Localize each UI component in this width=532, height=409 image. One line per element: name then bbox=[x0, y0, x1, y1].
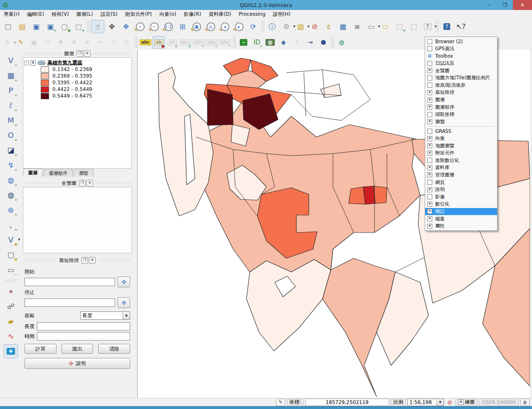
menu-向量[interactable]: 向量(o) bbox=[155, 10, 180, 19]
clear-button[interactable]: 清除 bbox=[98, 344, 130, 354]
select-by-expression-icon[interactable]: ε bbox=[322, 20, 335, 33]
menu-影像[interactable]: 影像(R) bbox=[180, 10, 205, 19]
zoom-to-layer-icon[interactable]: ◎ bbox=[204, 20, 217, 33]
layers-float-button[interactable]: ❐ bbox=[76, 50, 83, 57]
context-menu-item-最短路徑[interactable]: ✕最短路徑 bbox=[425, 89, 497, 96]
context-menu-item-圖層[interactable]: ✕圖層 bbox=[425, 96, 497, 104]
shortest-path-float-button[interactable]: ❐ bbox=[81, 257, 88, 264]
identify-features-icon[interactable]: ⓘ bbox=[266, 20, 279, 33]
context-menu-item-網頁[interactable]: 網頁 bbox=[425, 179, 497, 186]
context-menu-item-Toolbox[interactable]: ⚙Toolbox bbox=[425, 52, 497, 60]
coordinate-capture-icon[interactable]: ⌖ bbox=[4, 284, 18, 299]
context-menu-item-資料庫[interactable]: ✕資料庫 bbox=[425, 164, 497, 171]
add-mssql-layer-icon[interactable]: M+ bbox=[4, 113, 18, 127]
new-project-icon[interactable]: ▢ bbox=[1, 20, 15, 33]
open-project-icon[interactable]: ▤ bbox=[15, 20, 29, 33]
zoom-in-icon[interactable]: ＋ bbox=[133, 20, 147, 33]
criterion-select[interactable]: 長度 ▼ bbox=[80, 311, 130, 320]
dock-splitter[interactable] bbox=[133, 50, 137, 398]
open-attribute-table-icon[interactable]: ▦ bbox=[336, 20, 350, 33]
length-output[interactable] bbox=[37, 322, 130, 331]
menu-編輯[interactable]: 編輯(E) bbox=[23, 10, 48, 19]
tab-圖層[interactable]: 圖層 bbox=[23, 169, 43, 176]
menu-資料庫[interactable]: 資料庫(D) bbox=[205, 10, 235, 19]
zoom-native-icon[interactable]: 1:1 bbox=[162, 20, 175, 33]
toggle-editing-icon[interactable]: ✎ bbox=[15, 36, 27, 49]
shortest-path-close-button[interactable]: ✕ bbox=[89, 257, 96, 264]
scale-select[interactable]: 1:56,198 ▼ bbox=[407, 399, 444, 406]
crs-globe-icon[interactable]: ◍ bbox=[520, 399, 530, 406]
mouse-position-icon[interactable]: ✎ bbox=[276, 399, 285, 406]
add-sqlanywhere-layer-icon[interactable]: ↯+ bbox=[4, 158, 18, 172]
new-print-composer-icon[interactable]: ▢✱ bbox=[58, 20, 71, 33]
postgis-import-icon[interactable]: ⇥ bbox=[304, 36, 316, 49]
context-menu-item-附加元件[interactable]: ✕附加元件 bbox=[425, 149, 497, 157]
context-menu-item-管理圖層[interactable]: ✕管理圖層 bbox=[425, 171, 497, 179]
web-plugin-icon[interactable]: ◍ bbox=[335, 36, 348, 49]
layers-close-button[interactable]: ✕ bbox=[84, 50, 91, 57]
dropdown-arrow-icon[interactable]: ▼ bbox=[435, 25, 437, 28]
text-annotation-icon[interactable]: T▼ bbox=[421, 20, 434, 33]
road-graph-plugin-icon[interactable]: ∿ bbox=[4, 329, 18, 343]
export-button[interactable]: 匯出 bbox=[62, 344, 94, 354]
pan-to-selection-icon[interactable]: ✥ bbox=[119, 20, 133, 33]
offline-editing-icon[interactable]: ◆ bbox=[277, 36, 290, 49]
context-menu-item-圖層順序[interactable]: ✕圖層順序 bbox=[425, 103, 497, 111]
menu-設定[interactable]: 設定(S) bbox=[97, 10, 121, 19]
pin-labels-icon[interactable]: ab● bbox=[153, 36, 165, 49]
overview-map-area[interactable] bbox=[23, 187, 132, 253]
overview-float-button[interactable]: ❐ bbox=[79, 180, 86, 186]
menu-圖層[interactable]: 圖層(L) bbox=[73, 10, 97, 19]
render-checkbox[interactable]: ✕ bbox=[458, 399, 463, 405]
save-project-as-icon[interactable]: ▣✎ bbox=[44, 20, 57, 33]
new-shapefile-layer-icon[interactable]: V✱▼ bbox=[4, 233, 18, 247]
add-wms-layer-icon[interactable]: ◍+ bbox=[4, 173, 18, 187]
tree-collapse-toggle[interactable]: − bbox=[24, 61, 29, 65]
menu-檢視[interactable]: 檢視(V) bbox=[48, 10, 73, 19]
menu-Processing[interactable]: Processing bbox=[235, 10, 269, 18]
deselect-features-icon[interactable]: ⊘ bbox=[308, 20, 321, 33]
context-menu-item-Browser (2)[interactable]: Browser (2) bbox=[425, 38, 497, 45]
capture-start-point-button[interactable]: ✜ bbox=[118, 277, 130, 287]
capture-stop-point-button[interactable]: ✜ bbox=[118, 297, 130, 308]
context-menu-item-全覽圖[interactable]: ✕全覽圖 bbox=[425, 67, 497, 74]
stop-input[interactable] bbox=[25, 299, 115, 307]
context-menu-item-進階數位化[interactable]: 進階數位化 bbox=[425, 157, 497, 164]
dropdown-arrow-icon[interactable]: ▼ bbox=[18, 238, 20, 241]
start-input[interactable] bbox=[25, 278, 115, 286]
context-menu-item-地圖方塊(Tile)圖層比例尺[interactable]: 地圖方塊(Tile)圖層比例尺 bbox=[425, 74, 497, 82]
context-menu-item-屬性[interactable]: ✕屬性 bbox=[425, 223, 497, 230]
add-wfs-layer-icon[interactable]: ⊛+ bbox=[4, 203, 18, 217]
help-button[interactable]: ✣ 說明 bbox=[25, 358, 130, 369]
time-output[interactable] bbox=[37, 332, 130, 340]
render-toggle[interactable]: ✕ 繪圖 bbox=[456, 399, 477, 406]
restore-button[interactable]: ❐ bbox=[497, 0, 513, 10]
zoom-out-icon[interactable]: − bbox=[148, 20, 161, 33]
show-bookmarks-icon[interactable]: ⬚ bbox=[407, 20, 420, 33]
add-oracle-layer-icon[interactable]: O+ bbox=[4, 128, 18, 142]
zoom-next-icon[interactable]: ▸ bbox=[232, 20, 246, 33]
remove-layer-icon[interactable]: ▭− bbox=[4, 263, 18, 277]
minimize-button[interactable]: – bbox=[481, 0, 497, 10]
context-menu-item-數位化[interactable]: ✕數位化 bbox=[425, 201, 497, 208]
new-spatialite-layer-icon[interactable]: ▢✱ bbox=[4, 248, 18, 262]
tab-圖層順序[interactable]: 圖層順序 bbox=[44, 169, 73, 177]
tab-瀏覽[interactable]: 瀏覽 bbox=[74, 169, 94, 177]
pan-map-icon[interactable]: ✥ bbox=[105, 20, 118, 33]
context-menu-item-擷取坐標[interactable]: 擷取坐標 bbox=[425, 111, 497, 118]
evis-id-tool-icon[interactable]: ID➚ bbox=[251, 36, 263, 49]
context-menu-item-地圖瀏覽[interactable]: ✕地圖瀏覽 bbox=[425, 142, 497, 149]
add-db2-layer-icon[interactable]: ◪+ bbox=[4, 143, 18, 157]
db-manager-icon[interactable]: ⬢ bbox=[317, 36, 330, 49]
context-menu-item-復原/取消復原[interactable]: 復原/取消復原 bbox=[425, 82, 497, 89]
crs-status-button[interactable]: USER:100000 bbox=[479, 399, 519, 406]
calculate-button[interactable]: 計算 bbox=[25, 344, 57, 354]
zoom-to-selection-icon[interactable]: ▣ bbox=[190, 20, 203, 33]
run-feature-action-icon[interactable]: ⚙▼ bbox=[280, 20, 293, 33]
context-menu-item-日誌訊息[interactable]: 日誌訊息 bbox=[425, 60, 497, 67]
measure-icon[interactable]: ▭▼ bbox=[365, 20, 378, 33]
overview-close-button[interactable]: ✕ bbox=[86, 180, 93, 186]
whats-this-icon[interactable]: ↖? bbox=[454, 20, 468, 33]
context-menu-item-GRASS[interactable]: GRASS bbox=[425, 127, 497, 135]
context-menu-item-標記[interactable]: ✕標記 bbox=[425, 208, 497, 216]
